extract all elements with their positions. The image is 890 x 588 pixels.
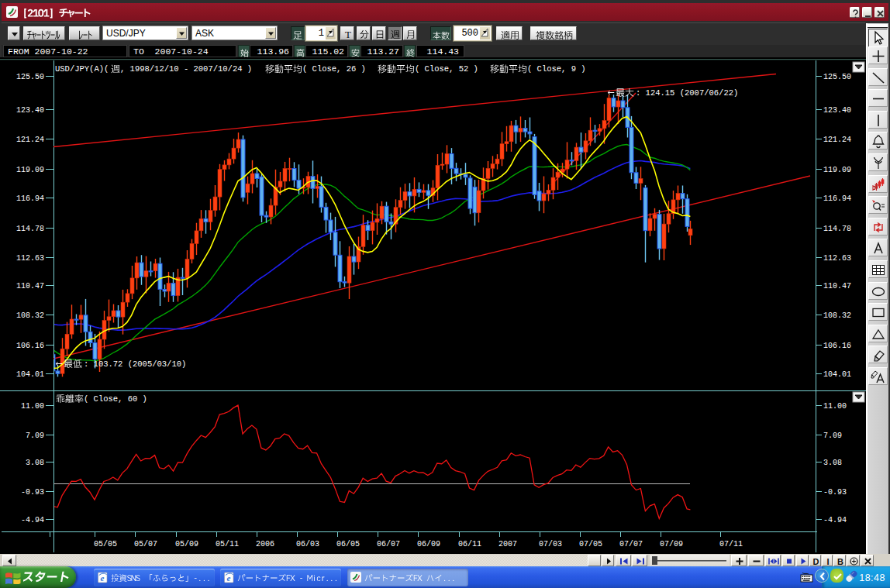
svg-text:( Close, 52 ): ( Close, 52 )	[415, 64, 478, 74]
svg-text:T: T	[345, 29, 351, 40]
svg-text:3.08: 3.08	[823, 459, 842, 467]
svg-text:108.32: 108.32	[823, 311, 851, 320]
svg-text:06/09: 06/09	[417, 540, 440, 548]
svg-text:, 1998/12/10 - 2007/10/24 ): , 1998/12/10 - 2007/10/24 )	[120, 64, 252, 74]
svg-text:121.24: 121.24	[16, 136, 44, 144]
svg-text:110.47: 110.47	[16, 282, 44, 291]
svg-text:-4.94: -4.94	[823, 516, 847, 524]
svg-text:3.08: 3.08	[26, 459, 44, 467]
svg-text:116.94: 116.94	[823, 194, 851, 203]
svg-text:-0.93: -0.93	[823, 488, 847, 497]
svg-text:07/03: 07/03	[539, 540, 562, 548]
svg-text:7.09: 7.09	[26, 432, 44, 440]
svg-text:( Close, 9 ): ( Close, 9 )	[527, 64, 586, 74]
svg-text:05/09: 05/09	[175, 540, 198, 548]
svg-text:114.78: 114.78	[823, 225, 851, 233]
svg-text:B: B	[837, 557, 843, 566]
svg-text:-4.94: -4.94	[21, 516, 44, 524]
svg-text:07/09: 07/09	[660, 540, 683, 548]
svg-text:07/07: 07/07	[619, 540, 643, 548]
svg-text:106.16: 106.16	[16, 342, 44, 350]
svg-text:112.63: 112.63	[823, 254, 851, 263]
svg-text:106.16: 106.16	[823, 342, 851, 350]
svg-text:123.40: 123.40	[16, 106, 44, 115]
svg-text:05/11: 05/11	[216, 540, 239, 548]
svg-text:104.01: 104.01	[823, 370, 851, 379]
svg-text:07/05: 07/05	[579, 540, 602, 548]
svg-text:119.09: 119.09	[16, 166, 44, 174]
svg-text:110.47: 110.47	[823, 282, 851, 291]
svg-text:( Close, 60 ): ( Close, 60 )	[84, 394, 147, 404]
svg-text:108.32: 108.32	[16, 311, 44, 320]
svg-text:11.00: 11.00	[823, 402, 847, 411]
svg-text:104.01: 104.01	[16, 370, 44, 379]
svg-text:06/11: 06/11	[458, 540, 481, 548]
svg-text:2007: 2007	[498, 540, 517, 548]
svg-text:06/07: 06/07	[377, 540, 400, 548]
svg-text:USD/JPY(A)(: USD/JPY(A)(	[55, 64, 109, 74]
svg-text:11.00: 11.00	[21, 402, 44, 411]
svg-text:7.09: 7.09	[823, 432, 842, 440]
svg-text:112.63: 112.63	[16, 254, 44, 263]
svg-text:05/05: 05/05	[94, 540, 117, 548]
svg-text:D: D	[813, 557, 819, 566]
svg-text:: 124.15 (2007/06/22): : 124.15 (2007/06/22)	[636, 88, 738, 98]
svg-text:121.24: 121.24	[823, 136, 851, 144]
svg-text:( Close, 26 ): ( Close, 26 )	[302, 64, 366, 74]
svg-text:119.09: 119.09	[823, 166, 851, 174]
svg-text:125.50: 125.50	[823, 73, 851, 81]
svg-text:114.78: 114.78	[16, 225, 44, 233]
svg-text:: 103.72 (2005/03/10): : 103.72 (2005/03/10)	[84, 359, 186, 369]
svg-text:07/11: 07/11	[719, 540, 743, 548]
svg-text:05/07: 05/07	[134, 540, 157, 548]
svg-text:I: I	[826, 557, 829, 566]
svg-text:2006: 2006	[256, 540, 274, 548]
svg-text:06/03: 06/03	[296, 540, 319, 548]
svg-text:123.40: 123.40	[823, 106, 851, 115]
svg-text:-0.93: -0.93	[21, 488, 44, 497]
svg-text:125.50: 125.50	[16, 73, 44, 81]
svg-text:06/05: 06/05	[336, 540, 360, 548]
svg-text:116.94: 116.94	[16, 194, 44, 203]
